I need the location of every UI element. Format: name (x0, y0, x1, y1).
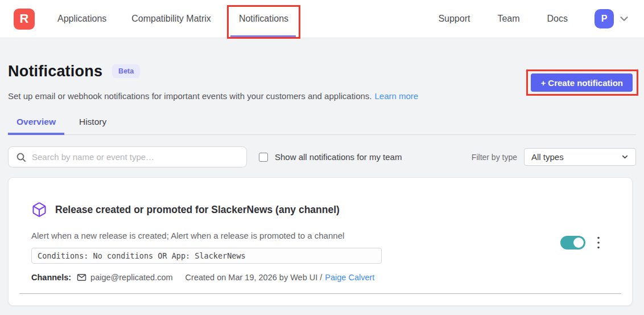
primary-nav: Applications Compatibility Matrix Notifi… (57, 0, 291, 38)
learn-more-link[interactable]: Learn more (375, 91, 419, 101)
replicated-logo[interactable]: R (14, 9, 35, 30)
kebab-menu-icon[interactable] (596, 235, 601, 250)
channels-label: Channels: (31, 273, 71, 282)
notification-channels-row: Channels: paige@replicated.com Created o… (31, 273, 609, 282)
top-nav-bar: R Applications Compatibility Matrix Noti… (0, 0, 644, 38)
notification-conditions: Conditions: No conditions OR App: Slacke… (31, 248, 382, 264)
page-description-text: Set up email or webhook notifications fo… (8, 91, 372, 101)
create-notification-button[interactable]: + Create notification (531, 73, 633, 92)
page-description: Set up email or webhook notifications fo… (8, 91, 636, 101)
created-info: Created on Mar 19, 2026 by Web UI / (185, 273, 323, 282)
nav-item-notifications-label: Notifications (239, 14, 288, 24)
tab-history[interactable]: History (71, 111, 115, 135)
toggle-knob (573, 238, 584, 248)
nav-item-notifications[interactable]: Notifications (227, 0, 300, 38)
show-all-team-label[interactable]: Show all notifications for my team (275, 152, 402, 162)
chevron-down-icon[interactable] (618, 13, 630, 25)
create-notification-wrap: + Create notification (531, 73, 633, 92)
search-input[interactable] (32, 152, 239, 162)
avatar[interactable]: P (595, 9, 614, 28)
select-chevron-down-icon (621, 153, 629, 161)
search-icon (16, 152, 26, 162)
notification-description: Alert when a new release is created; Ale… (31, 231, 609, 240)
notification-enabled-toggle[interactable] (560, 236, 585, 249)
beta-badge: Beta (112, 64, 140, 78)
type-filter-select[interactable]: All types (524, 148, 636, 166)
show-all-team-checkbox[interactable] (259, 153, 268, 162)
tab-overview[interactable]: Overview (8, 111, 64, 135)
package-icon (31, 202, 47, 218)
filter-controls-row: Show all notifications for my team Filte… (8, 146, 636, 167)
nav-item-team[interactable]: Team (497, 14, 519, 24)
account-menu[interactable]: P (595, 9, 630, 28)
created-by-link[interactable]: Paige Calvert (325, 273, 374, 282)
notification-card-controls (560, 235, 601, 250)
search-box[interactable] (8, 146, 247, 167)
email-envelope-icon (77, 273, 86, 282)
notification-card-header: Release created or promoted for SlackerN… (31, 202, 609, 218)
nav-item-applications[interactable]: Applications (57, 14, 106, 24)
team-filter-group: Show all notifications for my team (259, 152, 402, 162)
nav-item-support[interactable]: Support (438, 14, 470, 24)
card-divider (19, 293, 621, 294)
notification-title: Release created or promoted for SlackerN… (55, 204, 340, 216)
active-nav-underline (230, 35, 296, 38)
tab-bar: Overview History (8, 111, 636, 135)
nav-item-docs[interactable]: Docs (547, 14, 568, 24)
page-title: Notifications (8, 63, 102, 80)
filter-by-type-label: Filter by type (472, 153, 517, 162)
type-filter-value: All types (531, 152, 564, 162)
type-filter-group: Filter by type All types (472, 148, 636, 166)
page-header: Notifications Beta + Create notification (8, 61, 636, 81)
secondary-nav: Support Team Docs P (438, 9, 630, 28)
nav-item-compatibility-matrix[interactable]: Compatibility Matrix (131, 14, 211, 24)
notification-card: Release created or promoted for SlackerN… (8, 177, 633, 306)
channel-email: paige@replicated.com (90, 273, 173, 282)
page-content: Notifications Beta + Create notification… (0, 61, 644, 306)
